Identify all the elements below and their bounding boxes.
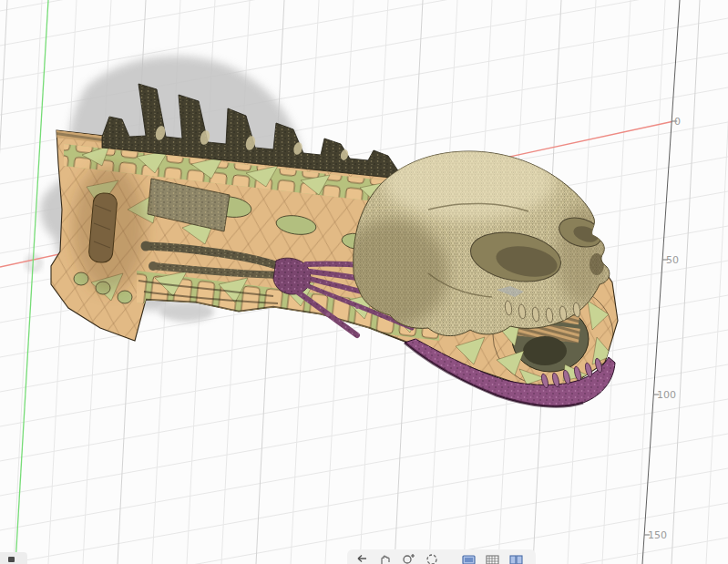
pan-icon[interactable] [378,552,392,564]
viewport-canvas[interactable]: 0 50 100 150 [0,0,728,564]
display-settings-icon[interactable] [462,552,476,564]
3d-viewport[interactable]: 0 50 100 150 [0,0,728,564]
orbit-icon[interactable] [354,552,368,564]
ruler-tick-150: 150 [648,529,667,541]
navigation-toolbar [347,549,536,564]
fit-icon[interactable] [426,552,439,564]
ruler-tick-50: 50 [666,254,679,266]
corner-widget[interactable] [0,552,27,564]
ruler-tick-100: 100 [657,389,676,401]
grid-settings-icon[interactable] [486,552,499,564]
zoom-icon[interactable] [402,552,415,564]
viewports-icon[interactable] [509,552,523,564]
corner-widget-icon [8,557,15,562]
ruler-tick-0: 0 [674,116,681,128]
